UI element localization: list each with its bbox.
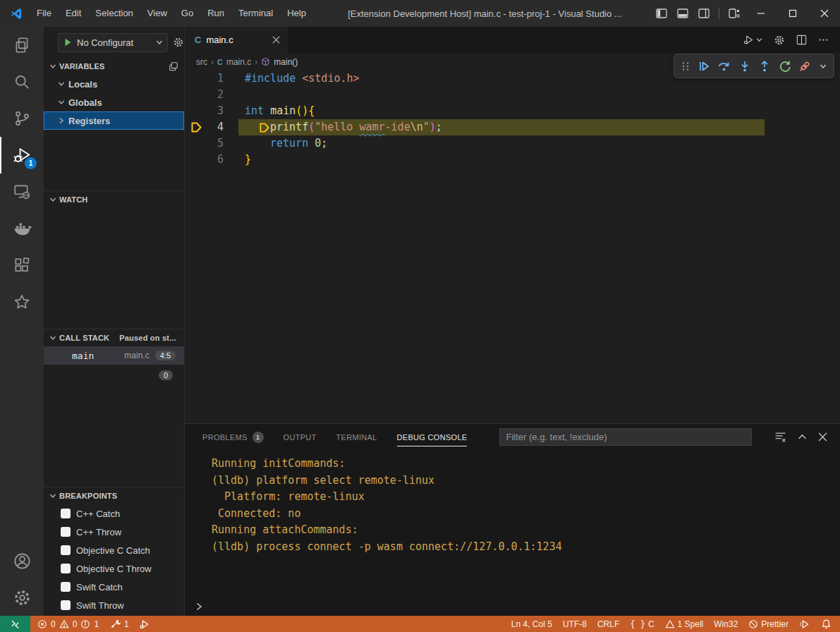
menu-run[interactable]: Run [200, 0, 231, 27]
panel-tab-output[interactable]: OUTPUT [284, 424, 317, 450]
activity-extensions[interactable] [0, 247, 44, 284]
call-stack-header[interactable]: CALL STACK Paused on st... [44, 329, 184, 346]
code-line-4[interactable]: 4printf("hello wamr-ide\n"); [185, 119, 840, 135]
menu-terminal[interactable]: Terminal [231, 0, 280, 27]
minimize-button[interactable] [745, 0, 777, 27]
breadcrumb-folder[interactable]: src [196, 57, 207, 67]
restart-button[interactable] [779, 60, 791, 73]
eol-indicator[interactable]: CRLF [597, 619, 619, 629]
menu-selection[interactable]: Selection [88, 0, 140, 27]
activity-source-control[interactable] [0, 100, 44, 137]
run-or-debug-dropdown-icon[interactable] [743, 34, 762, 46]
maximize-panel-icon[interactable] [798, 432, 807, 442]
start-debugging-icon[interactable] [63, 37, 73, 47]
activity-run-debug[interactable]: 1 [0, 137, 44, 174]
code-editor[interactable]: 1#include <stdio.h>23int main(){4printf(… [185, 71, 840, 423]
debug-status-left[interactable] [139, 619, 150, 630]
debug-console-input[interactable] [185, 597, 840, 616]
encoding-indicator[interactable]: UTF-8 [563, 619, 587, 629]
maximize-button[interactable] [777, 0, 808, 27]
formatter-status[interactable]: Prettier [748, 619, 789, 629]
menu-go[interactable]: Go [174, 0, 200, 27]
panel-tab-terminal[interactable]: TERMINAL [336, 424, 377, 450]
spell-checker-status[interactable]: 1 Spell [665, 619, 704, 629]
breakpoint-checkbox[interactable] [61, 527, 71, 537]
panel-tab-label: DEBUG CONSOLE [397, 433, 468, 442]
code-token: " [423, 121, 430, 133]
problems-status[interactable]: 0 0 1 [37, 619, 99, 629]
cursor-position[interactable]: Ln 4, Col 5 [511, 619, 552, 629]
activity-explorer[interactable] [0, 27, 44, 63]
tab-main-c[interactable]: C main.c [185, 27, 288, 53]
activity-settings[interactable] [0, 579, 44, 616]
editor-gear-icon[interactable] [774, 35, 785, 46]
code-line-5[interactable]: 5return 0; [185, 135, 840, 152]
variables-item-registers[interactable]: Registers [44, 111, 184, 130]
step-into-button[interactable] [738, 60, 751, 73]
close-tab-icon[interactable] [272, 36, 280, 44]
activity-docker[interactable] [0, 210, 44, 247]
clear-console-icon[interactable] [774, 431, 786, 443]
activity-star[interactable] [0, 284, 44, 320]
menu-file[interactable]: File [30, 0, 59, 27]
panel-tab-debug-console[interactable]: DEBUG CONSOLE [397, 424, 468, 450]
customize-layout-icon[interactable] [724, 0, 745, 27]
breakpoint-row[interactable]: Objective C Catch [44, 541, 184, 559]
breakpoint-checkbox[interactable] [61, 545, 71, 555]
toggle-secondary-sidebar-icon[interactable] [693, 0, 714, 27]
menu-view[interactable]: View [140, 0, 174, 27]
variables-header[interactable]: VARIABLES [44, 58, 184, 75]
close-panel-icon[interactable] [818, 432, 827, 442]
debug-config-dropdown[interactable]: No Configurat [58, 33, 168, 52]
debug-status-right[interactable] [799, 619, 810, 630]
toggle-panel-icon[interactable] [672, 0, 693, 27]
activity-account[interactable] [0, 542, 44, 579]
platform-indicator[interactable]: Win32 [714, 619, 738, 629]
more-actions-icon[interactable] [818, 35, 829, 45]
breakpoint-checkbox[interactable] [61, 509, 71, 518]
disconnect-button[interactable] [798, 60, 812, 73]
language-indicator[interactable]: { } C [630, 619, 654, 629]
panel-tab-problems[interactable]: PROBLEMS1 [202, 424, 264, 450]
menu-edit[interactable]: Edit [59, 0, 88, 27]
toolbar-drag-grip[interactable] [681, 61, 690, 71]
configure-gear-icon[interactable] [173, 37, 184, 48]
toolchain-status[interactable]: 1 [110, 619, 129, 629]
activity-search[interactable] [0, 63, 44, 100]
close-window-button[interactable] [808, 0, 840, 27]
console-filter-input[interactable] [500, 432, 751, 442]
breakpoint-checkbox[interactable] [61, 600, 71, 610]
remote-indicator[interactable] [0, 616, 30, 632]
console-filter[interactable] [499, 428, 752, 446]
split-editor-icon[interactable] [796, 35, 807, 45]
code-line-2[interactable]: 2 [185, 87, 840, 103]
code-line-6[interactable]: 6} [185, 152, 840, 168]
breakpoint-row[interactable]: Swift Throw [44, 596, 184, 614]
breakpoints-header[interactable]: BREAKPOINTS [44, 487, 184, 504]
activity-remote-explorer[interactable] [0, 174, 44, 210]
code-line-3[interactable]: 3int main(){ [185, 103, 840, 119]
watch-header[interactable]: WATCH [44, 191, 184, 208]
menu-help[interactable]: Help [280, 0, 313, 27]
breakpoint-row[interactable]: Swift Catch [44, 578, 184, 596]
copy-value-icon[interactable] [169, 61, 178, 71]
stack-frame-row[interactable]: main main.c 4:5 [44, 346, 184, 365]
step-over-button[interactable] [717, 60, 731, 73]
notifications-bell[interactable] [821, 619, 832, 629]
breakpoint-checkbox[interactable] [61, 582, 71, 592]
breadcrumb-symbol[interactable]: main() [274, 57, 298, 67]
breakpoint-row[interactable]: C++ Catch [44, 504, 184, 523]
tab-bar: C main.c [185, 27, 840, 53]
continue-button[interactable] [698, 60, 710, 73]
breakpoint-checkbox[interactable] [61, 564, 71, 573]
toggle-primary-sidebar-icon[interactable] [651, 0, 672, 27]
breadcrumb-file[interactable]: main.c [226, 57, 251, 67]
toolbar-more-icon[interactable] [820, 63, 827, 70]
language-label: C [648, 619, 655, 629]
breakpoint-row[interactable]: C++ Throw [44, 523, 184, 541]
step-out-button[interactable] [758, 60, 771, 73]
debug-console-output[interactable]: Running initCommands:(lldb) platform sel… [185, 450, 840, 597]
variables-item-locals[interactable]: Locals [44, 75, 184, 93]
variables-item-globals[interactable]: Globals [44, 93, 184, 111]
breakpoint-row[interactable]: Objective C Throw [44, 559, 184, 578]
